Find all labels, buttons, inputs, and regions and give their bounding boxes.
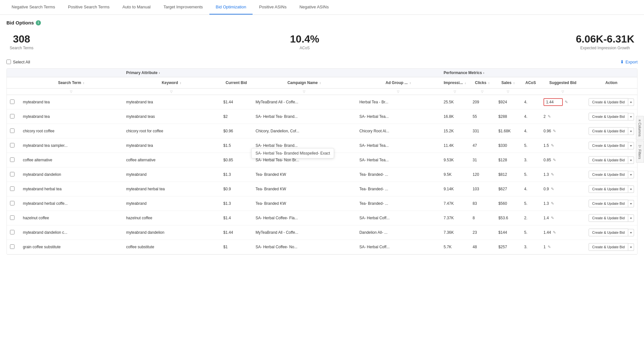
row-checkbox[interactable] bbox=[10, 143, 14, 147]
create-update-bid-button[interactable]: Create & Update Bid bbox=[589, 98, 628, 106]
create-update-bid-button[interactable]: Create & Update Bid bbox=[589, 185, 628, 193]
th-keyword[interactable]: Keyword ↕ bbox=[123, 77, 220, 89]
action-dropdown-arrow[interactable]: ▾ bbox=[628, 156, 634, 164]
row-checkbox-cell bbox=[7, 138, 20, 153]
row-checkbox[interactable] bbox=[10, 99, 14, 104]
adgroup-filter-icon[interactable]: ▽ bbox=[397, 90, 399, 93]
th-search-term[interactable]: Search Term ↕ bbox=[20, 77, 123, 89]
row-checkbox[interactable] bbox=[10, 172, 14, 176]
row-checkbox[interactable] bbox=[10, 114, 14, 118]
clicks-sort-icon[interactable]: ↕ bbox=[488, 81, 490, 85]
create-update-bid-button[interactable]: Create & Update Bid bbox=[589, 156, 628, 164]
edit-bid-icon[interactable]: ✎ bbox=[553, 158, 556, 162]
th-impressions[interactable]: Impressi... ↓ bbox=[440, 77, 469, 89]
data-table: Primary Attribute › Performance Metrics … bbox=[6, 68, 638, 255]
impressions-filter-icon[interactable]: ▽ bbox=[454, 90, 456, 93]
create-update-bid-button[interactable]: Create & Update Bid bbox=[589, 127, 628, 135]
search-term-filter-icon[interactable]: ▽ bbox=[70, 90, 72, 93]
edit-bid-icon[interactable]: ✎ bbox=[548, 245, 551, 249]
action-dropdown-arrow[interactable]: ▾ bbox=[628, 142, 634, 149]
nav-tab-negative-search[interactable]: Negative Search Terms bbox=[5, 0, 62, 14]
action-dropdown-arrow[interactable]: ▾ bbox=[628, 99, 634, 106]
create-update-bid-button[interactable]: Create & Update Bid bbox=[589, 200, 628, 207]
acos-cell: 3. bbox=[521, 240, 540, 254]
action-dropdown-arrow[interactable]: ▾ bbox=[628, 200, 634, 207]
nav-tab-target-improvements[interactable]: Target Improvements bbox=[157, 0, 209, 14]
export-button[interactable]: ⬇ Export bbox=[620, 59, 638, 64]
create-update-bid-button[interactable]: Create & Update Bid bbox=[589, 229, 628, 236]
sales-sort-icon[interactable]: ↕ bbox=[513, 81, 515, 85]
select-all-label[interactable]: Select All bbox=[6, 60, 30, 64]
action-dropdown-arrow[interactable]: ▾ bbox=[628, 214, 634, 222]
suggested-bid-filter-icon[interactable]: ▽ bbox=[562, 90, 564, 93]
performance-metrics-label: Performance Metrics bbox=[444, 71, 482, 75]
search-term-sort-icon[interactable]: ↕ bbox=[83, 81, 84, 85]
suggested-bid-cell: 0.85✎ bbox=[540, 153, 585, 167]
action-cell: Create & Update Bid▾ bbox=[585, 167, 637, 182]
row-checkbox[interactable] bbox=[10, 128, 14, 133]
action-dropdown-arrow[interactable]: ▾ bbox=[628, 185, 634, 193]
edit-bid-icon[interactable]: ✎ bbox=[551, 216, 554, 220]
th-sales[interactable]: Sales ↕ bbox=[495, 77, 521, 89]
current-bid-cell: $0.96 bbox=[220, 124, 252, 138]
create-update-bid-button[interactable]: Create & Update Bid bbox=[589, 214, 628, 222]
create-update-bid-button[interactable]: Create & Update Bid bbox=[589, 171, 628, 178]
campaign-filter-icon[interactable]: ▽ bbox=[303, 90, 305, 93]
suggested-bid-cell: 1✎ bbox=[540, 240, 585, 254]
action-dropdown-arrow[interactable]: ▾ bbox=[628, 113, 634, 120]
campaign-name-cell: Tea- Branded KW bbox=[252, 182, 356, 196]
row-checkbox-cell bbox=[7, 182, 20, 196]
row-checkbox[interactable] bbox=[10, 157, 14, 162]
select-all-checkbox[interactable] bbox=[6, 60, 11, 64]
create-update-bid-button[interactable]: Create & Update Bid bbox=[589, 243, 628, 251]
create-update-bid-button[interactable]: Create & Update Bid bbox=[589, 113, 628, 120]
edit-bid-icon[interactable]: ✎ bbox=[553, 129, 556, 133]
adgroup-sort-icon[interactable]: ↕ bbox=[409, 81, 411, 85]
nav-tab-bid-optimization[interactable]: Bid Optimization bbox=[209, 0, 253, 14]
create-update-bid-button[interactable]: Create & Update Bid bbox=[589, 142, 628, 149]
nav-tab-auto-to-manual[interactable]: Auto to Manual bbox=[116, 0, 157, 14]
filter-clicks: ▽ bbox=[469, 89, 495, 95]
sales-filter-icon[interactable]: ▽ bbox=[507, 90, 509, 93]
edit-bid-icon[interactable]: ✎ bbox=[553, 230, 556, 235]
row-checkbox[interactable] bbox=[10, 230, 14, 234]
sales-cell: $53.6 bbox=[495, 211, 521, 225]
impression-growth-value: 6.06K-6.31K bbox=[576, 33, 634, 45]
edit-bid-icon[interactable]: ✎ bbox=[551, 187, 554, 191]
clicks-filter-icon[interactable]: ▽ bbox=[481, 90, 484, 93]
nav-tab-positive-search[interactable]: Positive Search Terms bbox=[62, 0, 116, 14]
row-checkbox[interactable] bbox=[10, 186, 14, 191]
nav-tab-negative-asins[interactable]: Negative ASINs bbox=[293, 0, 335, 14]
edit-bid-icon[interactable]: ✎ bbox=[565, 100, 568, 104]
keyword-sort-icon[interactable]: ↕ bbox=[180, 81, 181, 85]
th-ad-group[interactable]: Ad Group ... ↕ bbox=[356, 77, 440, 89]
row-checkbox[interactable] bbox=[10, 244, 14, 249]
th-campaign-name[interactable]: Campaign Name ↕ bbox=[252, 77, 356, 89]
row-checkbox[interactable] bbox=[10, 201, 14, 205]
ad-group-cell: Tea- Branded- ... bbox=[356, 196, 440, 211]
action-dropdown-arrow[interactable]: ▾ bbox=[628, 171, 634, 178]
edit-bid-icon[interactable]: ✎ bbox=[551, 172, 554, 177]
acos-cell: 5. bbox=[521, 196, 540, 211]
suggested-bid-input[interactable] bbox=[543, 98, 563, 106]
columns-panel-toggle[interactable]: ≡ Columns bbox=[636, 116, 644, 140]
filter-adgroup: ▽ bbox=[356, 89, 440, 95]
nav-tab-positive-asins[interactable]: Positive ASINs bbox=[253, 0, 293, 14]
row-checkbox[interactable] bbox=[10, 215, 14, 220]
impressions-sort-icon[interactable]: ↓ bbox=[465, 81, 466, 85]
suggested-bid-value: 1.3 bbox=[543, 201, 549, 206]
edit-bid-icon[interactable]: ✎ bbox=[548, 114, 551, 119]
campaign-sort-icon[interactable]: ↕ bbox=[320, 81, 321, 85]
action-dropdown-arrow[interactable]: ▾ bbox=[628, 229, 634, 236]
edit-bid-icon[interactable]: ✎ bbox=[551, 143, 554, 148]
th-clicks[interactable]: Clicks ↕ bbox=[469, 77, 495, 89]
filters-panel-toggle[interactable]: ▽ Filters bbox=[636, 141, 644, 163]
info-icon[interactable]: i bbox=[36, 20, 41, 25]
keyword-filter-icon[interactable]: ▽ bbox=[170, 90, 173, 93]
action-dropdown-arrow[interactable]: ▾ bbox=[628, 128, 634, 135]
edit-bid-icon[interactable]: ✎ bbox=[551, 201, 554, 206]
keyword-cell: chicory root for coffee bbox=[123, 124, 220, 138]
th-acos: ACoS bbox=[521, 77, 540, 89]
action-dropdown-arrow[interactable]: ▾ bbox=[628, 243, 634, 251]
table-row: myteabrand herbal teamyteabrand herbal t… bbox=[7, 182, 637, 196]
